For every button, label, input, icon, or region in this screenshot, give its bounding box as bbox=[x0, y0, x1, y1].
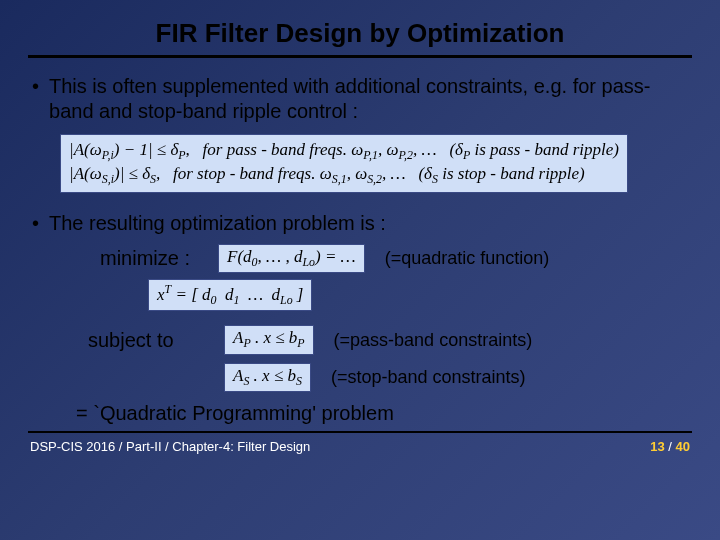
page-current: 13 bbox=[650, 439, 664, 454]
page-total: 40 bbox=[676, 439, 690, 454]
bullet-1-text: This is often supplemented with addition… bbox=[49, 74, 692, 124]
equation-xvector: xT = [ d0 d1 … dLo ] bbox=[148, 279, 312, 311]
title-divider bbox=[28, 55, 692, 58]
slide-container: FIR Filter Design by Optimization • This… bbox=[0, 0, 720, 540]
stopband-row: AS . x ≤ bS (=stop-band constraints) bbox=[224, 363, 692, 392]
equation-passband-constraint: AP . x ≤ bP bbox=[224, 325, 314, 354]
equation-stopband-constraint: AS . x ≤ bS bbox=[224, 363, 311, 392]
objective-annotation: (=quadratic function) bbox=[385, 248, 550, 269]
footer-left-text: DSP-CIS 2016 / Part-II / Chapter-4: Filt… bbox=[30, 439, 310, 454]
footer-divider bbox=[28, 431, 692, 433]
bullet-1: • This is often supplemented with additi… bbox=[28, 74, 692, 124]
minimize-row: minimize : F(d0, … , dLo) = … (=quadrati… bbox=[28, 244, 692, 273]
quadratic-programming-label: = `Quadratic Programming' problem bbox=[76, 402, 692, 425]
equation-objective: F(d0, … , dLo) = … bbox=[218, 244, 365, 273]
x-vector-row: xT = [ d0 d1 … dLo ] bbox=[148, 279, 692, 311]
bullet-dot-icon: • bbox=[32, 211, 39, 236]
minimize-label: minimize : bbox=[100, 247, 190, 270]
subject-to-row: subject to AP . x ≤ bP (=pass-band const… bbox=[28, 325, 692, 354]
page-sep: / bbox=[665, 439, 676, 454]
subject-to-label: subject to bbox=[88, 329, 184, 352]
stopband-annotation: (=stop-band constraints) bbox=[331, 367, 526, 388]
footer-page-number: 13 / 40 bbox=[650, 439, 690, 454]
bullet-2-text: The resulting optimization problem is : bbox=[49, 211, 386, 236]
ripple-constraints-box: |A(ωP,i) − 1| ≤ δP, for pass - band freq… bbox=[60, 134, 692, 193]
passband-annotation: (=pass-band constraints) bbox=[334, 330, 533, 351]
bullet-2: • The resulting optimization problem is … bbox=[28, 211, 692, 236]
slide-title: FIR Filter Design by Optimization bbox=[28, 18, 692, 49]
equation-passband-ripple: |A(ωP,i) − 1| ≤ δP, for pass - band freq… bbox=[60, 134, 628, 193]
slide-footer: DSP-CIS 2016 / Part-II / Chapter-4: Filt… bbox=[28, 439, 692, 454]
bullet-dot-icon: • bbox=[32, 74, 39, 124]
